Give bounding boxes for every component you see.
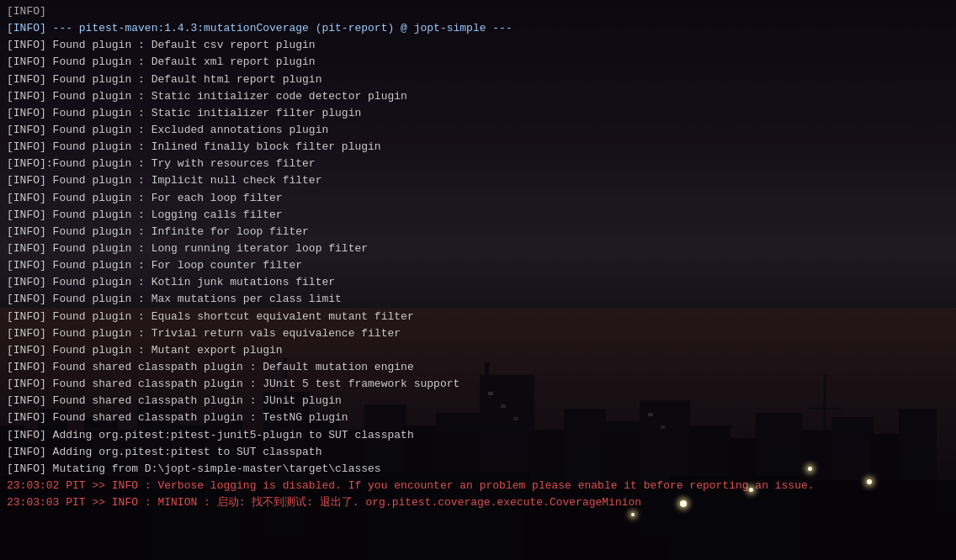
log-line: [INFO] Found plugin : Kotlin junk mutati…: [7, 274, 949, 291]
log-line: [INFO] Found plugin : Implicit null chec…: [7, 172, 949, 189]
city-light-dot: [749, 488, 753, 492]
city-light-dot: [808, 467, 812, 471]
log-line: [INFO] Found plugin : Max mutations per …: [7, 291, 949, 308]
log-line: [INFO]:Found plugin : Try with resources…: [7, 156, 949, 172]
log-line: [INFO] Found plugin : Trivial return val…: [7, 325, 949, 342]
log-line: [INFO] Found plugin : Excluded annotatio…: [7, 122, 949, 139]
city-light-dot: [631, 513, 635, 516]
log-line: [INFO] Found shared classpath plugin : J…: [7, 376, 949, 393]
log-line: [INFO] Found shared classpath plugin : T…: [7, 409, 949, 426]
log-line: [INFO] Found shared classpath plugin : D…: [7, 359, 949, 376]
log-line: [INFO]: [7, 3, 949, 20]
log-line: [INFO] Adding org.pitest:pitest to SUT c…: [7, 444, 949, 461]
log-line: [INFO] --- pitest-maven:1.4.3:mutationCo…: [7, 20, 949, 37]
log-line: 23:03:03 PIT >> INFO : MINION : 启动: 找不到测…: [7, 494, 949, 511]
log-line: [INFO] Found plugin : Equals shortcut eq…: [7, 309, 949, 325]
log-line: [INFO] Found plugin : Default csv report…: [7, 37, 949, 54]
log-line: [INFO] Found shared classpath plugin : J…: [7, 393, 949, 409]
log-line: [INFO] Found plugin : For loop counter f…: [7, 257, 949, 274]
log-line: [INFO] Found plugin : For each loop filt…: [7, 190, 949, 207]
log-line: [INFO] Found plugin : Default xml report…: [7, 54, 949, 71]
log-line: [INFO] Adding org.pitest:pitest-junit5-p…: [7, 427, 949, 444]
log-line: [INFO] Found plugin : Static initializer…: [7, 105, 949, 122]
log-line: [INFO] Found plugin : Mutant export plug…: [7, 342, 949, 359]
log-line: [INFO] Found plugin : Logging calls filt…: [7, 207, 949, 224]
log-line: [INFO] Found plugin : Inlined finally bl…: [7, 139, 949, 156]
log-container: [INFO][INFO] --- pitest-maven:1.4.3:muta…: [7, 3, 949, 511]
log-line: [INFO] Found plugin : Long running itera…: [7, 240, 949, 257]
log-line: [INFO] Found plugin : Default html repor…: [7, 71, 949, 88]
terminal-window: [INFO][INFO] --- pitest-maven:1.4.3:muta…: [0, 0, 956, 560]
log-line: [INFO] Found plugin : Infinite for loop …: [7, 224, 949, 240]
city-light-dot: [680, 500, 687, 507]
city-light-dot: [867, 479, 872, 484]
log-line: [INFO] Found plugin : Static initializer…: [7, 88, 949, 105]
log-line: 23:03:02 PIT >> INFO : Verbose logging i…: [7, 478, 949, 494]
